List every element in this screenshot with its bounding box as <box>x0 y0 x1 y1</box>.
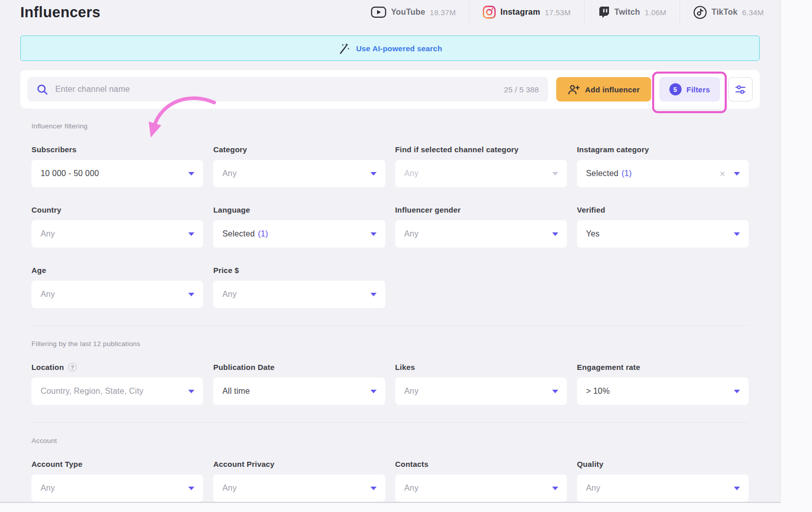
filter-field-instagram-category: Instagram category Selected (1) ✕ <box>577 145 749 187</box>
platform-tab-count: 18.37M <box>430 8 456 17</box>
section-title-influencer-filtering: Influencer filtering <box>31 122 749 130</box>
filter-field-verified: Verified Yes <box>577 206 749 248</box>
platform-tab-tiktok[interactable]: TikTok 6.34M <box>680 0 777 24</box>
language-dropdown[interactable]: Selected (1) <box>213 220 385 248</box>
filter-field-language: Language Selected (1) <box>213 206 385 248</box>
location-dropdown[interactable]: Country, Region, State, City <box>31 378 203 405</box>
page-header: Influencers YouTube 18.37M Instagram 17.… <box>0 0 780 24</box>
filter-field-account-type: Account Type Any <box>31 460 203 502</box>
select-value: Any <box>222 290 236 299</box>
field-label: Price $ <box>213 266 385 275</box>
field-label: Subscribers <box>31 145 203 154</box>
field-label: Contacts <box>395 460 567 468</box>
platform-tab-youtube[interactable]: YouTube 18.37M <box>358 0 469 24</box>
ai-search-label: Use AI-powered search <box>356 44 443 53</box>
filter-field-price: Price $ Any <box>213 266 385 308</box>
select-value: Any <box>404 169 419 178</box>
filter-field-publication-date: Publication Date All time <box>213 363 385 405</box>
platform-tab-twitch[interactable]: Twitch 1.06M <box>584 0 680 24</box>
filter-field-age: Age Any <box>31 266 203 308</box>
select-value: Selected (1) <box>222 229 268 238</box>
platform-tab-label: TikTok <box>712 8 737 17</box>
instagram-icon <box>483 6 496 19</box>
verified-dropdown[interactable]: Yes <box>577 220 749 248</box>
results-count: 25 / 5 388 <box>504 85 539 94</box>
platform-tab-count: 6.34M <box>742 8 764 17</box>
selected-count: (1) <box>622 169 632 178</box>
section-divider <box>31 325 749 326</box>
subscribers-dropdown[interactable]: 10 000 - 50 000 <box>31 160 203 187</box>
channel-search-box[interactable]: 25 / 5 388 <box>27 77 548 101</box>
filter-field-channel-category: Find if selected channel category Any <box>395 145 567 187</box>
select-value: Any <box>41 229 55 238</box>
selected-count: (1) <box>258 229 268 238</box>
twitch-icon <box>598 6 610 19</box>
platform-tab-count: 1.06M <box>645 8 666 17</box>
select-value: > 10% <box>586 387 610 396</box>
field-label: Category <box>213 145 385 154</box>
account-privacy-dropdown[interactable]: Any <box>213 474 385 502</box>
select-value: Any <box>41 484 55 493</box>
chevron-down-icon <box>734 487 740 490</box>
filter-field-gender: Influencer gender Any <box>395 206 567 248</box>
chevron-down-icon <box>552 232 558 236</box>
filter-field-engagement-rate: Engagement rate > 10% <box>577 363 749 405</box>
select-value: Any <box>222 169 236 178</box>
publications-filter-grid: Location ? Country, Region, State, City … <box>31 363 749 405</box>
search-icon <box>37 84 48 95</box>
field-label: Publication Date <box>213 363 385 371</box>
select-value: Any <box>41 290 55 299</box>
field-label: Verified <box>577 206 749 214</box>
filters-button[interactable]: 5 Filters <box>659 77 720 101</box>
category-dropdown[interactable]: Any <box>213 160 385 187</box>
likes-dropdown[interactable]: Any <box>395 378 567 405</box>
platform-tab-instagram[interactable]: Instagram 17.53M <box>469 0 584 24</box>
chevron-down-icon <box>188 390 194 393</box>
chevron-down-icon <box>552 487 558 490</box>
contacts-dropdown[interactable]: Any <box>395 474 567 502</box>
engagement-rate-dropdown[interactable]: > 10% <box>577 378 749 405</box>
publication-date-dropdown[interactable]: All time <box>213 378 385 405</box>
filter-field-account-privacy: Account Privacy Any <box>213 460 385 502</box>
filter-settings-button[interactable] <box>728 77 753 101</box>
instagram-category-dropdown[interactable]: Selected (1) ✕ <box>577 160 749 187</box>
sliders-icon <box>735 84 746 95</box>
field-label: Instagram category <box>577 145 749 154</box>
select-value: Any <box>404 484 419 493</box>
filter-field-likes: Likes Any <box>395 363 567 405</box>
gender-dropdown[interactable]: Any <box>395 220 567 248</box>
section-title-publications: Filtering by the last 12 publications <box>31 340 749 348</box>
field-label: Engagement rate <box>577 363 749 371</box>
help-icon[interactable]: ? <box>68 363 77 371</box>
clear-icon[interactable]: ✕ <box>719 170 726 178</box>
age-dropdown[interactable]: Any <box>31 281 203 308</box>
field-label: Account Privacy <box>213 460 385 468</box>
account-type-dropdown[interactable]: Any <box>31 474 203 502</box>
select-value: Yes <box>586 229 600 238</box>
filters-button-wrap: 5 Filters <box>659 77 720 101</box>
section-divider <box>31 422 749 423</box>
filter-field-location: Location ? Country, Region, State, City <box>31 363 203 405</box>
platform-tab-count: 17.53M <box>545 8 570 17</box>
add-influencer-button[interactable]: Add influencer <box>556 77 651 101</box>
search-toolbar: 25 / 5 388 Add influencer 5 Filters <box>20 70 760 109</box>
ai-search-banner[interactable]: Use AI-powered search <box>20 36 760 61</box>
filter-field-category: Category Any <box>213 145 385 187</box>
chevron-down-icon <box>370 293 377 296</box>
select-value: Any <box>404 387 419 396</box>
price-dropdown[interactable]: Any <box>213 281 385 308</box>
country-dropdown[interactable]: Any <box>31 220 203 248</box>
quality-dropdown[interactable]: Any <box>577 474 749 502</box>
add-person-icon <box>567 84 580 95</box>
select-value: Any <box>404 229 419 238</box>
filters-count-badge: 5 <box>669 83 682 95</box>
field-label: Account Type <box>31 460 203 468</box>
field-label: Age <box>31 266 203 275</box>
add-influencer-label: Add influencer <box>585 85 640 94</box>
channel-search-input[interactable] <box>55 85 497 94</box>
platform-tab-label: Instagram <box>500 8 540 17</box>
chevron-down-icon <box>188 232 194 236</box>
chevron-down-icon <box>734 172 740 176</box>
page-title: Influencers <box>20 4 100 21</box>
filters-label: Filters <box>687 85 710 94</box>
